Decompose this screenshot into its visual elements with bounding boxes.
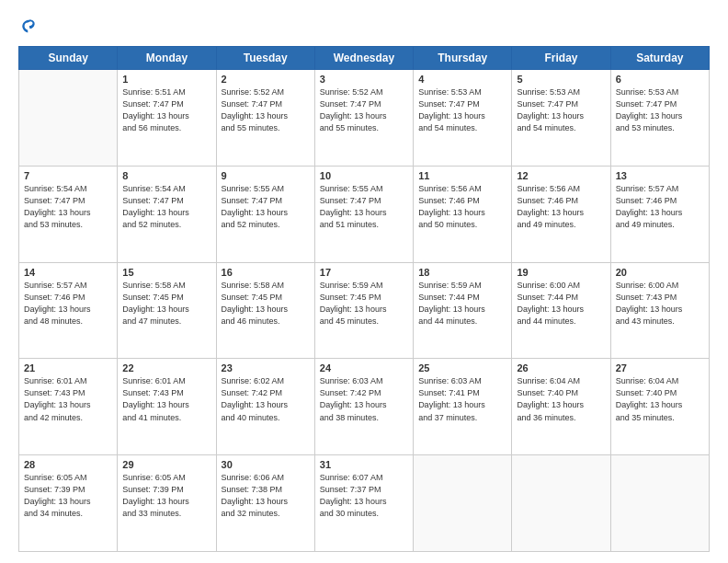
calendar-cell: 9Sunrise: 5:55 AM Sunset: 7:47 PM Daylig…	[216, 166, 314, 262]
day-info: Sunrise: 5:53 AM Sunset: 7:47 PM Dayligh…	[517, 86, 605, 134]
day-number: 22	[122, 362, 210, 373]
day-number: 4	[418, 74, 506, 85]
day-info: Sunrise: 6:04 AM Sunset: 7:40 PM Dayligh…	[616, 375, 704, 423]
day-number: 5	[517, 74, 605, 85]
day-info: Sunrise: 6:05 AM Sunset: 7:39 PM Dayligh…	[122, 472, 210, 520]
calendar-cell: 13Sunrise: 5:57 AM Sunset: 7:46 PM Dayli…	[610, 166, 709, 262]
header	[18, 17, 710, 37]
day-number: 29	[122, 459, 210, 470]
day-header-tuesday: Tuesday	[216, 47, 314, 70]
calendar-cell: 16Sunrise: 5:58 AM Sunset: 7:45 PM Dayli…	[216, 262, 314, 359]
day-info: Sunrise: 5:56 AM Sunset: 7:46 PM Dayligh…	[517, 183, 605, 231]
calendar-cell: 26Sunrise: 6:04 AM Sunset: 7:40 PM Dayli…	[512, 359, 610, 455]
calendar-cell: 15Sunrise: 5:58 AM Sunset: 7:45 PM Dayli…	[118, 262, 216, 359]
day-info: Sunrise: 6:03 AM Sunset: 7:41 PM Dayligh…	[418, 375, 506, 423]
day-info: Sunrise: 6:03 AM Sunset: 7:42 PM Dayligh…	[320, 375, 408, 423]
day-info: Sunrise: 5:54 AM Sunset: 7:47 PM Dayligh…	[122, 183, 210, 231]
day-number: 11	[418, 170, 506, 181]
calendar-cell: 12Sunrise: 5:56 AM Sunset: 7:46 PM Dayli…	[512, 166, 610, 262]
day-info: Sunrise: 6:06 AM Sunset: 7:38 PM Dayligh…	[222, 472, 310, 520]
day-info: Sunrise: 6:00 AM Sunset: 7:44 PM Dayligh…	[517, 280, 605, 327]
calendar-cell: 6Sunrise: 5:53 AM Sunset: 7:47 PM Daylig…	[610, 70, 709, 167]
day-info: Sunrise: 6:07 AM Sunset: 7:37 PM Dayligh…	[320, 472, 408, 520]
calendar-cell: 17Sunrise: 5:59 AM Sunset: 7:45 PM Dayli…	[314, 262, 413, 359]
calendar-cell: 1Sunrise: 5:51 AM Sunset: 7:47 PM Daylig…	[118, 70, 216, 167]
day-info: Sunrise: 5:58 AM Sunset: 7:45 PM Dayligh…	[222, 280, 310, 327]
day-number: 3	[320, 74, 408, 85]
day-number: 13	[616, 170, 704, 181]
day-number: 1	[122, 74, 210, 85]
day-number: 6	[616, 74, 704, 85]
calendar-cell: 21Sunrise: 6:01 AM Sunset: 7:43 PM Dayli…	[19, 359, 118, 455]
day-number: 24	[320, 362, 408, 373]
day-info: Sunrise: 6:02 AM Sunset: 7:42 PM Dayligh…	[222, 375, 310, 423]
day-number: 25	[418, 362, 506, 373]
calendar-cell: 3Sunrise: 5:52 AM Sunset: 7:47 PM Daylig…	[314, 70, 413, 167]
calendar-cell	[414, 455, 512, 552]
calendar-cell: 19Sunrise: 6:00 AM Sunset: 7:44 PM Dayli…	[512, 262, 610, 359]
day-number: 12	[517, 170, 605, 181]
day-info: Sunrise: 5:53 AM Sunset: 7:47 PM Dayligh…	[418, 86, 506, 134]
day-header-friday: Friday	[512, 47, 610, 70]
day-number: 27	[616, 362, 704, 373]
logo	[18, 17, 42, 37]
calendar-cell: 18Sunrise: 5:59 AM Sunset: 7:44 PM Dayli…	[414, 262, 512, 359]
day-number: 23	[222, 362, 310, 373]
calendar-cell: 27Sunrise: 6:04 AM Sunset: 7:40 PM Dayli…	[610, 359, 709, 455]
day-info: Sunrise: 6:01 AM Sunset: 7:43 PM Dayligh…	[24, 375, 112, 423]
day-info: Sunrise: 5:51 AM Sunset: 7:47 PM Dayligh…	[122, 86, 210, 134]
day-info: Sunrise: 5:52 AM Sunset: 7:47 PM Dayligh…	[320, 86, 408, 134]
calendar-cell	[610, 455, 709, 552]
calendar-cell: 31Sunrise: 6:07 AM Sunset: 7:37 PM Dayli…	[314, 455, 413, 552]
calendar-cell: 23Sunrise: 6:02 AM Sunset: 7:42 PM Dayli…	[216, 359, 314, 455]
calendar-cell: 30Sunrise: 6:06 AM Sunset: 7:38 PM Dayli…	[216, 455, 314, 552]
day-number: 28	[24, 459, 112, 470]
calendar-cell: 11Sunrise: 5:56 AM Sunset: 7:46 PM Dayli…	[414, 166, 512, 262]
day-info: Sunrise: 6:04 AM Sunset: 7:40 PM Dayligh…	[517, 375, 605, 423]
day-header-saturday: Saturday	[610, 47, 709, 70]
day-number: 20	[616, 267, 704, 278]
calendar-cell: 2Sunrise: 5:52 AM Sunset: 7:47 PM Daylig…	[216, 70, 314, 167]
calendar-cell: 22Sunrise: 6:01 AM Sunset: 7:43 PM Dayli…	[118, 359, 216, 455]
day-info: Sunrise: 5:59 AM Sunset: 7:45 PM Dayligh…	[320, 280, 408, 327]
day-info: Sunrise: 5:52 AM Sunset: 7:47 PM Dayligh…	[222, 86, 310, 134]
day-header-thursday: Thursday	[414, 47, 512, 70]
calendar-cell: 24Sunrise: 6:03 AM Sunset: 7:42 PM Dayli…	[314, 359, 413, 455]
day-info: Sunrise: 6:05 AM Sunset: 7:39 PM Dayligh…	[24, 472, 112, 520]
day-info: Sunrise: 6:01 AM Sunset: 7:43 PM Dayligh…	[122, 375, 210, 423]
day-info: Sunrise: 5:57 AM Sunset: 7:46 PM Dayligh…	[24, 280, 112, 327]
calendar-cell: 14Sunrise: 5:57 AM Sunset: 7:46 PM Dayli…	[19, 262, 118, 359]
day-number: 26	[517, 362, 605, 373]
calendar-table: SundayMondayTuesdayWednesdayThursdayFrid…	[18, 46, 710, 552]
day-info: Sunrise: 5:57 AM Sunset: 7:46 PM Dayligh…	[616, 183, 704, 231]
day-number: 31	[320, 459, 408, 470]
day-info: Sunrise: 5:54 AM Sunset: 7:47 PM Dayligh…	[24, 183, 112, 231]
day-number: 30	[222, 459, 310, 470]
day-number: 21	[24, 362, 112, 373]
calendar-cell: 25Sunrise: 6:03 AM Sunset: 7:41 PM Dayli…	[414, 359, 512, 455]
day-number: 7	[24, 170, 112, 181]
day-number: 19	[517, 267, 605, 278]
day-header-sunday: Sunday	[19, 47, 118, 70]
calendar-cell: 20Sunrise: 6:00 AM Sunset: 7:43 PM Dayli…	[610, 262, 709, 359]
day-header-monday: Monday	[118, 47, 216, 70]
calendar-cell: 7Sunrise: 5:54 AM Sunset: 7:47 PM Daylig…	[19, 166, 118, 262]
logo-bird-icon	[18, 17, 39, 37]
day-number: 16	[222, 267, 310, 278]
day-info: Sunrise: 5:53 AM Sunset: 7:47 PM Dayligh…	[616, 86, 704, 134]
calendar-cell: 28Sunrise: 6:05 AM Sunset: 7:39 PM Dayli…	[19, 455, 118, 552]
day-number: 9	[222, 170, 310, 181]
calendar-cell: 8Sunrise: 5:54 AM Sunset: 7:47 PM Daylig…	[118, 166, 216, 262]
calendar-cell: 10Sunrise: 5:55 AM Sunset: 7:47 PM Dayli…	[314, 166, 413, 262]
calendar-cell	[512, 455, 610, 552]
day-number: 17	[320, 267, 408, 278]
day-number: 8	[122, 170, 210, 181]
day-number: 18	[418, 267, 506, 278]
day-info: Sunrise: 5:59 AM Sunset: 7:44 PM Dayligh…	[418, 280, 506, 327]
day-header-wednesday: Wednesday	[314, 47, 413, 70]
day-info: Sunrise: 5:58 AM Sunset: 7:45 PM Dayligh…	[122, 280, 210, 327]
day-info: Sunrise: 5:55 AM Sunset: 7:47 PM Dayligh…	[320, 183, 408, 231]
calendar-cell: 4Sunrise: 5:53 AM Sunset: 7:47 PM Daylig…	[414, 70, 512, 167]
calendar-cell	[19, 70, 118, 167]
day-info: Sunrise: 5:56 AM Sunset: 7:46 PM Dayligh…	[418, 183, 506, 231]
